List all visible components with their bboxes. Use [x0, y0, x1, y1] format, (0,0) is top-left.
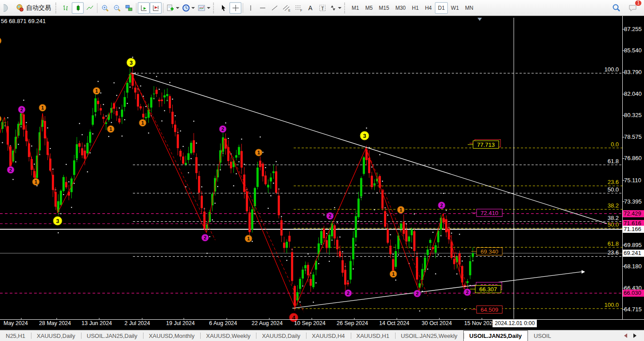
timeframe-H4[interactable]: H4	[422, 2, 435, 14]
wave-marker-1[interactable]: 1	[255, 149, 262, 156]
autotrade-button[interactable]: 自动交易	[13, 2, 54, 14]
date-axis-label: 14 Oct 2024	[379, 320, 409, 326]
price-label-box[interactable]: 69.340	[471, 248, 502, 255]
date-axis-label: 28 May 2024	[39, 320, 71, 326]
crosshair-button[interactable]	[229, 2, 241, 14]
wave-marker-3[interactable]: 3	[127, 58, 136, 67]
chart-tab-XAUUSD-Daily[interactable]: XAUUSD,Daily	[31, 330, 81, 341]
wave-marker-2[interactable]: 2	[438, 202, 445, 209]
price-label-box[interactable]: 72.410	[471, 209, 502, 217]
timeframe-M15[interactable]: M15	[376, 2, 392, 14]
chart-tab-XAUUSD-H1[interactable]: XAUUSD,H1	[351, 330, 395, 341]
app-icon[interactable]	[1, 2, 13, 14]
chart-tab-XAUUSD-H4[interactable]: XAUUSD,H4	[306, 330, 350, 341]
tab-scroll-right-icon[interactable]	[633, 333, 639, 338]
chart-tab-USOIL-JAN25-Daily[interactable]: USOIL.JAN25,Daily	[463, 330, 528, 341]
timeframe-M1[interactable]: M1	[349, 2, 362, 14]
indicators-button[interactable]	[196, 2, 212, 14]
chart-tab-bar: N25,H1XAUUSD,DailyUSOIL.JAN25,DailyXAUUS…	[0, 330, 644, 341]
price-label-box[interactable]: 77.713	[468, 141, 499, 149]
wave-marker-1[interactable]: 1	[0, 115, 1, 122]
cursor-button[interactable]	[217, 2, 229, 14]
svg-text:2: 2	[416, 291, 419, 296]
wave-marker-1[interactable]: 1	[93, 87, 100, 94]
chart-tab-USOIL[interactable]: USOIL	[528, 330, 557, 341]
svg-text:1: 1	[41, 105, 44, 110]
text-label-button[interactable]: T	[316, 2, 328, 14]
timeframe-W1[interactable]: W1	[448, 2, 462, 14]
wave-marker-1[interactable]: 1	[32, 178, 39, 185]
search-button[interactable]	[610, 2, 622, 14]
chart-shift-marker[interactable]	[477, 18, 482, 21]
wave-marker-2[interactable]: 2	[7, 166, 14, 173]
fib-yellow-retracement[interactable]: 0.023.638.250.061.8100.0	[294, 141, 622, 309]
wave-marker-2[interactable]: 2	[414, 290, 421, 297]
trendline-object[interactable]	[292, 272, 582, 308]
equidistant-channel-button[interactable]: E	[280, 2, 292, 14]
price-label-box[interactable]: 64.509	[471, 306, 502, 314]
wave-marker-2[interactable]: 2	[464, 289, 471, 296]
timeframe-M5[interactable]: M5	[362, 2, 376, 14]
wave-marker-3[interactable]: 3	[360, 131, 369, 140]
price-label-box[interactable]: 66.307	[470, 286, 501, 293]
autotrade-icon	[16, 4, 24, 12]
timeframe-H1[interactable]: H1	[409, 2, 422, 14]
dropdown-arrow-icon	[207, 7, 210, 11]
periods-button[interactable]	[181, 2, 196, 14]
main-toolbar: 自动交易	[0, 0, 644, 16]
wave-marker-2[interactable]: 2	[18, 106, 25, 113]
toolbar-separator	[97, 3, 97, 13]
notifications-button[interactable]: 1	[627, 2, 639, 14]
fibonacci-button[interactable]: F	[292, 2, 304, 14]
chart-shift-button[interactable]	[150, 2, 162, 14]
wave-marker-1[interactable]: 1	[39, 104, 46, 111]
trend-line-button[interactable]	[268, 2, 280, 14]
wave-marker-1[interactable]: 1	[390, 270, 397, 278]
new-chart-button[interactable]	[165, 2, 181, 14]
timeframe-MN[interactable]: MN	[462, 2, 477, 14]
price-bid-badge: 71.166	[623, 226, 644, 233]
timeframe-M30[interactable]: M30	[392, 2, 409, 14]
wave-marker-1[interactable]: 1	[139, 119, 146, 126]
chart-line-button[interactable]	[84, 2, 96, 14]
auto-scroll-button[interactable]	[138, 2, 150, 14]
chart-tab-USOIL-JAN25-Weekly[interactable]: USOIL.JAN25,Weekly	[395, 330, 463, 341]
horizontal-line-button[interactable]	[256, 2, 268, 14]
fib-yellow-label: 100.0	[604, 302, 619, 308]
chart-tab-XAUUSD-Weekly[interactable]: XAUUSD,Weekly	[200, 330, 256, 341]
wave-marker-1[interactable]: 1	[0, 37, 1, 44]
svg-text:3: 3	[129, 59, 132, 66]
wave-marker-1[interactable]: 1	[107, 125, 114, 133]
price-level-badge: 72.429	[623, 210, 644, 217]
arrows-button[interactable]	[328, 2, 343, 14]
date-axis-label: 2 Jul 2024	[124, 320, 150, 326]
vertical-line-button[interactable]	[244, 2, 256, 14]
chart-canvas[interactable]: 100.061.850.038.223.60.023.638.250.061.8…	[0, 0, 644, 330]
tile-windows-button[interactable]	[123, 2, 135, 14]
zoom-out-button[interactable]	[111, 2, 123, 14]
wave-marker-2[interactable]: 2	[345, 290, 352, 297]
price-axis-label: 64.715	[624, 306, 644, 313]
wave-marker-2[interactable]: 2	[326, 212, 334, 219]
wave-marker-2[interactable]: 2	[219, 125, 226, 133]
timeframe-group: M1M5M15M30H1H4D1W1MN	[349, 2, 477, 14]
chart-candles-button[interactable]	[72, 2, 84, 14]
tab-scroll-left-icon[interactable]	[622, 333, 627, 338]
chart-tab-XAUUSD-Monthly[interactable]: XAUUSD,Monthly	[143, 330, 200, 341]
fib-yellow-label: 23.6	[608, 179, 619, 185]
chart-bars-button[interactable]	[60, 2, 72, 14]
wave-marker-1[interactable]: 1	[245, 235, 252, 242]
chart-panel[interactable]: 100.061.850.038.223.60.023.638.250.061.8…	[0, 0, 644, 330]
zoom-in-button[interactable]	[99, 2, 111, 14]
chart-tab-XAUUSD-Daily[interactable]: XAUUSD,Daily	[256, 330, 306, 341]
wave-marker-3[interactable]: 3	[53, 216, 62, 225]
chart-tab-USOIL-JAN25-Daily[interactable]: USOIL.JAN25,Daily	[81, 330, 143, 341]
svg-text:F: F	[300, 9, 302, 12]
svg-text:3: 3	[363, 133, 366, 139]
timeframe-D1[interactable]: D1	[435, 2, 448, 14]
wave-marker-2[interactable]: 2	[202, 234, 209, 241]
price-axis-label: 78.575	[624, 133, 644, 141]
wave-marker-1[interactable]: 1	[397, 206, 404, 213]
chart-tab-N25-H1[interactable]: N25,H1	[0, 330, 31, 341]
text-button[interactable]: A	[304, 2, 316, 14]
